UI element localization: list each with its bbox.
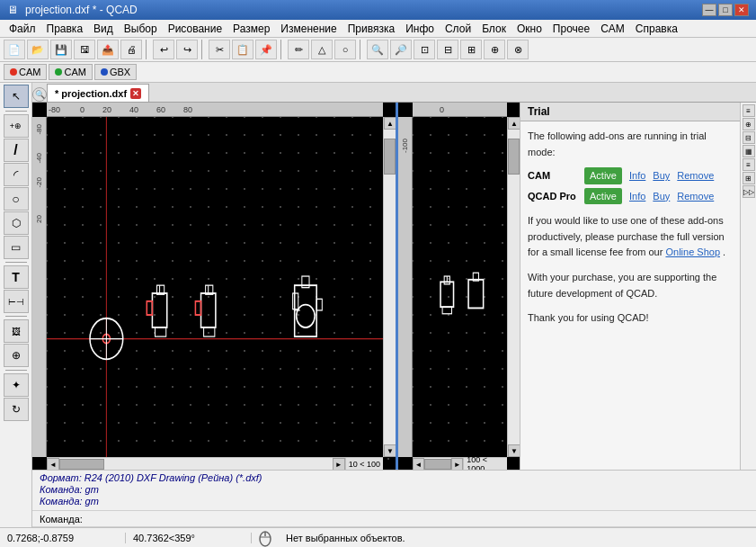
cam-tab-2[interactable]: CAM — [49, 64, 92, 80]
tool-snap[interactable]: ⊕ — [4, 344, 29, 367]
tb-save2[interactable]: 🖫 — [74, 40, 95, 59]
tb-zoom-5[interactable]: ⊗ — [507, 40, 529, 59]
scroll-thumb-h-left[interactable] — [59, 459, 104, 470]
addon-info-cam[interactable]: Info — [629, 168, 645, 184]
scroll-down-btn-right[interactable]: ▼ — [508, 444, 520, 457]
scrollbar-h-left[interactable]: ◄ ► 10 < 100 — [47, 457, 383, 470]
addon-buy-qcad[interactable]: Buy — [653, 189, 670, 204]
tb-new[interactable]: 📄 — [4, 40, 25, 59]
tab-close-button[interactable]: ✕ — [130, 88, 141, 99]
cam-tab-1[interactable]: CAM — [4, 64, 47, 80]
tool-line[interactable]: / — [4, 139, 29, 162]
status-log-2: Команда: gm — [40, 484, 749, 495]
addon-remove-qcad[interactable]: Remove — [677, 189, 714, 204]
menu-snap[interactable]: Привязка — [342, 21, 400, 37]
close-button[interactable]: ✕ — [734, 4, 749, 16]
tb-copy[interactable]: 📋 — [232, 40, 253, 59]
gbx-tab[interactable]: GBX — [94, 64, 137, 80]
tb-paste[interactable]: 📌 — [255, 40, 277, 59]
scroll-track-h-right[interactable] — [424, 458, 451, 470]
scroll-down-btn-left[interactable]: ▼ — [384, 444, 396, 457]
tool-image[interactable]: 🖼 — [4, 319, 29, 343]
scroll-thumb-v-left[interactable] — [384, 139, 396, 175]
tool-rect[interactable]: ▭ — [4, 236, 29, 259]
scroll-thumb-v-right[interactable] — [508, 139, 520, 175]
menu-info[interactable]: Инфо — [400, 21, 440, 37]
drawing-canvas-right[interactable] — [413, 117, 520, 470]
minimize-button[interactable]: — — [702, 4, 716, 16]
drawing-canvas-left[interactable] — [47, 117, 396, 470]
fr-btn-5[interactable]: ≡ — [743, 158, 755, 171]
menu-select[interactable]: Выбор — [119, 21, 163, 37]
tb-print[interactable]: 🖨 — [120, 40, 142, 59]
tool-arc[interactable]: ◜ — [4, 163, 29, 186]
menu-misc[interactable]: Прочее — [547, 21, 595, 37]
menu-block[interactable]: Блок — [476, 21, 511, 37]
tb-redo[interactable]: ↪ — [176, 40, 198, 59]
menu-dimension[interactable]: Размер — [227, 21, 275, 37]
fr-btn-1[interactable]: ≡ — [743, 104, 755, 117]
scroll-track-h-left[interactable] — [59, 458, 333, 470]
right-canvas[interactable]: 0 -100 — [398, 103, 520, 470]
scroll-track-v-left[interactable] — [384, 130, 396, 444]
tool-polygon[interactable]: ⬡ — [4, 211, 29, 235]
tool-rotate[interactable]: ↻ — [4, 398, 29, 421]
scrollbar-v-left[interactable]: ▲ ▼ — [383, 117, 396, 457]
fr-btn-2[interactable]: ⊕ — [743, 118, 755, 130]
addon-name-cam: CAM — [528, 168, 577, 184]
fr-btn-3[interactable]: ⊟ — [743, 131, 755, 144]
left-canvas[interactable]: -80 0 20 40 60 80 -80 -40 - — [32, 103, 398, 470]
tb-zoom-out[interactable]: 🔎 — [390, 40, 412, 59]
maximize-button[interactable]: □ — [718, 4, 733, 16]
tb-pen[interactable]: ✏ — [288, 40, 309, 59]
menu-modify[interactable]: Изменение — [275, 21, 342, 37]
tool-dimension[interactable]: ⊢⊣ — [4, 290, 29, 313]
menu-file[interactable]: Файл — [4, 21, 41, 37]
scroll-left-btn-left[interactable]: ◄ — [47, 458, 59, 470]
shop-link[interactable]: Online Shop — [665, 247, 720, 257]
tb-save[interactable]: 💾 — [50, 40, 72, 59]
tool-select[interactable]: ↖ — [4, 85, 29, 108]
scroll-up-btn-right[interactable]: ▲ — [508, 117, 520, 130]
tb-zoom-fit[interactable]: ⊕ — [484, 40, 505, 59]
fr-btn-6[interactable]: ⊞ — [743, 172, 755, 184]
tb-poly[interactable]: △ — [311, 40, 333, 59]
tb-circle2[interactable]: ○ — [334, 40, 356, 59]
scroll-left-btn-right[interactable]: ◄ — [413, 458, 424, 470]
svg-rect-20 — [316, 299, 322, 310]
menu-layer[interactable]: Слой — [440, 21, 476, 37]
tool-move[interactable]: ✦ — [4, 373, 29, 397]
scroll-track-v-right[interactable] — [508, 130, 520, 444]
tool-zoom-pan[interactable]: +⊕ — [4, 114, 29, 138]
tool-circle[interactable]: ○ — [4, 187, 29, 211]
menu-edit[interactable]: Правка — [41, 21, 89, 37]
scrollbar-v-right[interactable]: ▲ ▼ — [507, 117, 520, 457]
scroll-thumb-h-right[interactable] — [424, 459, 451, 470]
scrollbar-h-right[interactable]: ◄ ► 100 < 1000 — [413, 457, 507, 470]
tb-export[interactable]: 📤 — [97, 40, 119, 59]
scroll-right-btn-right[interactable]: ► — [451, 458, 463, 470]
fr-btn-4[interactable]: ▦ — [743, 145, 755, 157]
tb-zoom-all[interactable]: ⊡ — [414, 40, 435, 59]
menu-draw[interactable]: Рисование — [163, 21, 227, 37]
menu-view[interactable]: Вид — [88, 21, 119, 37]
menu-help[interactable]: Справка — [630, 21, 683, 37]
addon-remove-cam[interactable]: Remove — [677, 168, 714, 184]
scroll-right-btn-left[interactable]: ► — [333, 458, 345, 470]
addon-buy-cam[interactable]: Buy — [653, 168, 670, 184]
search-icon[interactable]: 🔍 — [32, 87, 47, 102]
tb-cut[interactable]: ✂ — [209, 40, 230, 59]
cmd-input[interactable] — [86, 514, 749, 525]
tb-zoom-prev[interactable]: ⊟ — [437, 40, 458, 59]
tb-zoom-in[interactable]: 🔍 — [367, 40, 388, 59]
tool-text[interactable]: T — [4, 265, 29, 289]
tb-open[interactable]: 📂 — [27, 40, 49, 59]
fr-btn-7[interactable]: ▷▷ — [743, 185, 755, 198]
menu-cam[interactable]: CAM — [595, 21, 630, 37]
menu-window[interactable]: Окно — [511, 21, 547, 37]
drawing-tab[interactable]: * projection.dxf ✕ — [47, 84, 149, 102]
scroll-up-btn-left[interactable]: ▲ — [384, 117, 396, 130]
addon-info-qcad[interactable]: Info — [629, 189, 645, 204]
tb-undo[interactable]: ↩ — [153, 40, 174, 59]
tb-zoom-sel[interactable]: ⊞ — [460, 40, 482, 59]
